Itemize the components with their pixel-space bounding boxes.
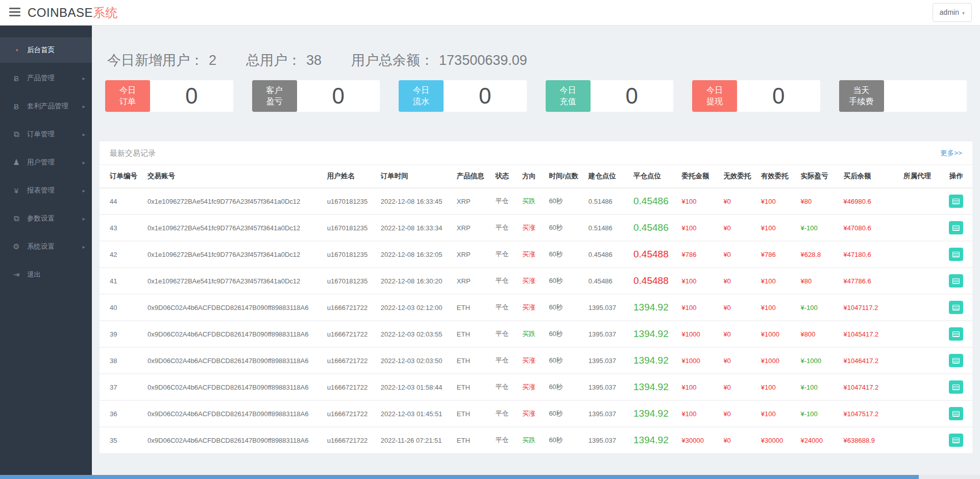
stat-card: 今日充值0 (546, 80, 674, 112)
sidebar-item-system[interactable]: ⚙系统设置▸ (0, 234, 92, 259)
cell-dur: 60秒 (545, 268, 584, 294)
cell-time: 2022-12-08 16:32:05 (377, 241, 453, 268)
cell-close: 0.45486 (629, 188, 677, 214)
stat-card-label: 当天手续费 (839, 80, 884, 112)
view-order-button[interactable] (949, 274, 963, 288)
cell-invalid: ¥0 (719, 321, 756, 347)
chevron-right-icon: ▸ (82, 244, 85, 250)
cell-action (943, 268, 972, 294)
cell-agent (899, 374, 943, 400)
top-header: COINBASE系统 admin▾ (0, 0, 980, 26)
sidebar-item-arbitrage[interactable]: Ƀ套利产品管理▸ (0, 93, 92, 119)
cell-dur: 60秒 (545, 294, 584, 321)
cell-close: 0.45488 (629, 241, 677, 268)
cell-name: u1666721722 (323, 321, 377, 347)
stat-new-users-value: 2 (209, 53, 216, 68)
column-header: 方向 (518, 165, 545, 188)
view-order-button[interactable] (949, 248, 963, 261)
stat-total-users-value: 38 (306, 53, 322, 68)
cell-product: ETH (453, 374, 492, 400)
latest-trades-panel: 更多>> 最新交易记录 订单编号交易账号用户姓名订单时间产品信息状态方向时间/点… (100, 141, 972, 454)
sidebar-item-orders[interactable]: ⧉订单管理▸ (0, 122, 92, 147)
stat-total-balance: 用户总余额：173500639.09 (351, 51, 527, 69)
view-order-button[interactable] (949, 221, 963, 234)
cell-open: 1395.037 (584, 321, 629, 347)
cell-dir: 买跌 (518, 321, 545, 347)
cell-balance: ¥638688.9 (840, 427, 900, 453)
view-order-button[interactable] (949, 195, 963, 208)
sidebar-item-label: 套利产品管理 (27, 102, 68, 111)
app-logo: COINBASE系统 (28, 0, 118, 25)
cell-invalid: ¥0 (719, 374, 756, 400)
sidebar-item-label: 后台首页 (27, 45, 55, 55)
cell-balance: ¥1046417.2 (840, 347, 900, 374)
more-link[interactable]: 更多>> (940, 141, 962, 165)
table-row: 410x1e1096272BAe541fc9D776A23f457f3641a0… (100, 268, 972, 294)
table-row: 360x9D06C02A4b6ACFDBCD826147B090ff898831… (100, 400, 972, 427)
bitcoin-icon: Ƀ (11, 74, 21, 83)
cell-name: u1666721722 (323, 347, 377, 374)
cell-time: 2022-12-08 16:30:20 (377, 268, 453, 294)
cell-status: 平仓 (491, 347, 518, 374)
view-order-button[interactable] (949, 434, 963, 447)
cell-dur: 60秒 (545, 321, 584, 347)
cell-valid: ¥1000 (757, 347, 797, 374)
cell-product: XRP (453, 214, 492, 241)
sidebar-item-reports[interactable]: ¥报表管理▸ (0, 178, 92, 203)
cell-open: 1395.037 (584, 427, 629, 453)
cell-dir: 买涨 (518, 241, 545, 268)
cell-status: 平仓 (491, 268, 518, 294)
sidebar-item-logout[interactable]: ⇥退出 (0, 262, 92, 288)
logout-icon: ⇥ (11, 270, 21, 279)
yen-icon: ¥ (11, 186, 21, 195)
cell-profit: ¥-100 (797, 214, 840, 241)
view-order-button[interactable] (949, 354, 963, 367)
column-header: 时间/点数 (545, 165, 584, 188)
cell-id: 36 (100, 400, 143, 427)
cell-open: 1395.037 (584, 400, 629, 427)
cell-balance: ¥1047117.2 (840, 294, 900, 321)
cell-account: 0x1e1096272BAe541fc9D776A23f457f3641a0Dc… (143, 268, 323, 294)
stat-card-label: 今日提现 (692, 80, 737, 112)
cell-time: 2022-12-08 16:33:34 (377, 214, 453, 241)
cell-agent (899, 214, 943, 241)
cell-id: 39 (100, 321, 143, 347)
user-menu-button[interactable]: admin▾ (933, 3, 972, 22)
cell-dur: 60秒 (545, 374, 584, 400)
cell-balance: ¥1047517.2 (840, 400, 900, 427)
cell-id: 38 (100, 347, 143, 374)
cell-close: 1394.92 (629, 400, 677, 427)
sidebar-item-label: 参数设置 (27, 214, 55, 223)
horizontal-scrollbar-thumb[interactable] (0, 475, 919, 479)
cell-balance: ¥47786.6 (840, 268, 900, 294)
view-order-button[interactable] (949, 301, 963, 314)
panel-header: 更多>> 最新交易记录 (100, 141, 972, 165)
cell-invalid: ¥0 (719, 188, 756, 214)
cell-profit: ¥24000 (797, 427, 840, 453)
cell-invalid: ¥0 (719, 400, 756, 427)
stat-card-value (884, 80, 967, 112)
sidebar-item-home[interactable]: ◔后台首页 (0, 37, 92, 63)
hamburger-menu-icon[interactable] (9, 8, 20, 16)
cell-agent (899, 268, 943, 294)
sidebar-item-params[interactable]: ⧉参数设置▸ (0, 206, 92, 231)
view-order-button[interactable] (949, 407, 963, 420)
sidebar-item-users[interactable]: ♟用户管理▸ (0, 150, 92, 175)
cell-valid: ¥1000 (757, 321, 797, 347)
cell-invalid: ¥0 (719, 427, 756, 453)
sidebar-item-products[interactable]: Ƀ产品管理▸ (0, 65, 92, 91)
cell-id: 35 (100, 427, 143, 453)
cell-balance: ¥47180.6 (840, 241, 900, 268)
column-header: 所属代理 (899, 165, 943, 188)
cell-status: 平仓 (491, 400, 518, 427)
view-order-button[interactable] (949, 380, 963, 394)
cell-open: 1395.037 (584, 374, 629, 400)
cell-status: 平仓 (491, 374, 518, 400)
view-order-button[interactable] (949, 327, 963, 341)
cell-action (943, 188, 972, 214)
stat-card-label-line: 盈亏 (266, 96, 283, 107)
cell-valid: ¥100 (757, 374, 797, 400)
cell-balance: ¥1047417.2 (840, 374, 900, 400)
table-row: 420x1e1096272BAe541fc9D776A23f457f3641a0… (100, 241, 972, 268)
cell-name: u1670181235 (323, 188, 377, 214)
